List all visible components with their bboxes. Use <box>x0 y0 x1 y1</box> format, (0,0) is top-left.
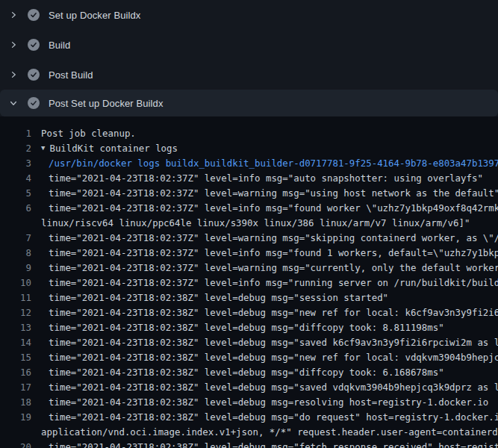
line-number[interactable]: 1 <box>0 126 31 141</box>
log-line: 1 Post job cleanup. <box>0 126 498 141</box>
log-rows: 1 Post job cleanup. 2 ▼BuildKit containe… <box>0 126 498 448</box>
log-text: application/vnd.oci.image.index.v1+json,… <box>31 425 498 440</box>
step-row-setup-docker-buildx[interactable]: Set up Docker Buildx <box>0 0 498 30</box>
log-text: Post job cleanup. <box>31 126 136 141</box>
line-number[interactable]: 12 <box>0 305 31 320</box>
check-circle-icon <box>28 69 40 81</box>
log-line: 11 time="2021-04-23T18:02:38Z" level=deb… <box>0 290 498 305</box>
line-number[interactable] <box>0 216 31 231</box>
log-line: 3 /usr/bin/docker logs buildx_buildkit_b… <box>0 156 498 171</box>
line-number[interactable]: 16 <box>0 365 31 380</box>
check-circle-icon <box>28 39 40 51</box>
log-text: time="2021-04-23T18:02:38Z" level=debug … <box>31 335 498 350</box>
log-line: 19 time="2021-04-23T18:02:38Z" level=deb… <box>0 410 498 425</box>
log-line: 9 time="2021-04-23T18:02:37Z" level=warn… <box>0 261 498 276</box>
workflow-log-viewer: Set up Docker Buildx Build Post Build <box>0 0 498 448</box>
log-line: 7 time="2021-04-23T18:02:37Z" level=warn… <box>0 231 498 246</box>
line-number[interactable]: 14 <box>0 335 31 350</box>
line-number[interactable]: 7 <box>0 231 31 246</box>
log-text: time="2021-04-23T18:02:38Z" level=debug … <box>31 380 498 395</box>
log-line: 2 ▼BuildKit container logs <box>0 141 498 156</box>
line-number[interactable]: 11 <box>0 290 31 305</box>
line-number[interactable]: 15 <box>0 350 31 365</box>
log-line: 10 time="2021-04-23T18:02:37Z" level=inf… <box>0 276 498 290</box>
step-row-post-setup-docker-buildx[interactable]: Post Set up Docker Buildx <box>0 90 498 116</box>
step-row-build[interactable]: Build <box>0 30 498 60</box>
log-line: 6 time="2021-04-23T18:02:37Z" level=info… <box>0 201 498 216</box>
chevron-right-icon[interactable] <box>7 69 19 81</box>
log-line: 16 time="2021-04-23T18:02:38Z" level=deb… <box>0 365 498 380</box>
log-text: linux/riscv64 linux/ppc64le linux/s390x … <box>31 216 470 231</box>
steps-list: Set up Docker Buildx Build Post Build <box>0 0 498 116</box>
log-line: 4 time="2021-04-23T18:02:37Z" level=info… <box>0 171 498 186</box>
log-text: time="2021-04-23T18:02:38Z" level=debug … <box>31 440 498 448</box>
line-number[interactable]: 19 <box>0 410 31 425</box>
line-number[interactable]: 18 <box>0 395 31 410</box>
chevron-right-icon[interactable] <box>7 9 19 21</box>
log-line: application/vnd.oci.image.index.v1+json,… <box>0 425 498 440</box>
log-text: time="2021-04-23T18:02:38Z" level=debug … <box>31 395 488 410</box>
line-number[interactable]: 6 <box>0 201 31 216</box>
line-number[interactable]: 17 <box>0 380 31 395</box>
log-text: ▼BuildKit container logs <box>31 141 178 156</box>
log-text: time="2021-04-23T18:02:38Z" level=debug … <box>31 290 388 305</box>
line-number[interactable]: 4 <box>0 171 31 186</box>
line-number[interactable]: 10 <box>0 276 31 290</box>
log-line: 20 time="2021-04-23T18:02:38Z" level=deb… <box>0 440 498 448</box>
log-text: time="2021-04-23T18:02:38Z" level=debug … <box>31 305 498 320</box>
log-text: time="2021-04-23T18:02:37Z" level=warnin… <box>31 231 498 246</box>
log-line: 18 time="2021-04-23T18:02:38Z" level=deb… <box>0 395 498 410</box>
log-text: time="2021-04-23T18:02:37Z" level=warnin… <box>31 261 498 276</box>
log-text: time="2021-04-23T18:02:37Z" level=info m… <box>31 246 498 261</box>
log-text: time="2021-04-23T18:02:37Z" level=info m… <box>31 276 498 290</box>
log-text: time="2021-04-23T18:02:38Z" level=debug … <box>31 365 444 380</box>
line-number[interactable]: 9 <box>0 261 31 276</box>
line-number[interactable]: 3 <box>0 156 31 171</box>
check-circle-icon <box>28 9 40 21</box>
line-number[interactable]: 2 <box>0 141 31 156</box>
step-label: Post Set up Docker Buildx <box>49 98 164 109</box>
line-number[interactable] <box>0 425 31 440</box>
log-text: time="2021-04-23T18:02:37Z" level=info m… <box>31 201 498 216</box>
log-line: 12 time="2021-04-23T18:02:38Z" level=deb… <box>0 305 498 320</box>
log-line: 5 time="2021-04-23T18:02:37Z" level=warn… <box>0 186 498 201</box>
log-panel: 1 Post job cleanup. 2 ▼BuildKit containe… <box>0 116 498 448</box>
check-circle-icon <box>28 97 40 109</box>
log-text: time="2021-04-23T18:02:38Z" level=debug … <box>31 320 444 335</box>
log-text: time="2021-04-23T18:02:38Z" level=debug … <box>31 410 498 425</box>
log-line: 17 time="2021-04-23T18:02:38Z" level=deb… <box>0 380 498 395</box>
step-label: Set up Docker Buildx <box>49 10 140 21</box>
group-toggle-icon[interactable]: ▼ <box>41 141 45 155</box>
line-number[interactable]: 5 <box>0 186 31 201</box>
log-line: linux/riscv64 linux/ppc64le linux/s390x … <box>0 216 498 231</box>
line-number[interactable]: 13 <box>0 320 31 335</box>
log-text: /usr/bin/docker logs buildx_buildkit_bui… <box>31 156 498 171</box>
step-label: Post Build <box>49 69 93 81</box>
log-line: 15 time="2021-04-23T18:02:38Z" level=deb… <box>0 350 498 365</box>
step-label: Build <box>49 40 70 51</box>
chevron-right-icon[interactable] <box>7 39 19 51</box>
line-number[interactable]: 8 <box>0 246 31 261</box>
log-text: time="2021-04-23T18:02:38Z" level=debug … <box>31 350 498 365</box>
log-text: time="2021-04-23T18:02:37Z" level=warnin… <box>31 186 498 201</box>
log-line: 14 time="2021-04-23T18:02:38Z" level=deb… <box>0 335 498 350</box>
log-line: 8 time="2021-04-23T18:02:37Z" level=info… <box>0 246 498 261</box>
chevron-down-icon[interactable] <box>7 97 19 109</box>
line-number[interactable]: 20 <box>0 440 31 448</box>
log-text: time="2021-04-23T18:02:37Z" level=info m… <box>31 171 483 186</box>
log-line: 13 time="2021-04-23T18:02:38Z" level=deb… <box>0 320 498 335</box>
step-row-post-build[interactable]: Post Build <box>0 60 498 90</box>
